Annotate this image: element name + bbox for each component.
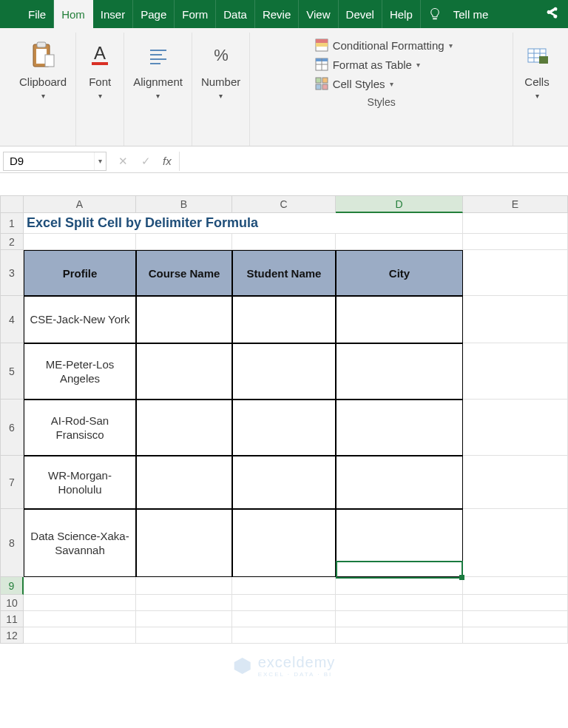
cell-E12[interactable] bbox=[463, 627, 568, 644]
cell-D5[interactable] bbox=[336, 343, 463, 400]
col-header-E[interactable]: E bbox=[463, 195, 568, 213]
col-header-C[interactable]: C bbox=[232, 195, 336, 213]
cell-E8[interactable] bbox=[463, 509, 568, 577]
tab-data[interactable]: Data bbox=[216, 0, 255, 28]
cell-B11[interactable] bbox=[136, 611, 232, 627]
row-header-5[interactable]: 5 bbox=[0, 343, 24, 400]
row-header-4[interactable]: 4 bbox=[0, 296, 24, 343]
tab-review[interactable]: Revie bbox=[255, 0, 299, 28]
cell-A9[interactable] bbox=[24, 577, 136, 595]
cell-C7[interactable] bbox=[232, 456, 336, 509]
cell-C3[interactable]: Student Name bbox=[232, 250, 336, 296]
cell-A2[interactable] bbox=[24, 234, 136, 250]
cell-A1[interactable]: Excel Split Cell by Delimiter Formula bbox=[24, 213, 463, 234]
cell-B10[interactable] bbox=[136, 595, 232, 611]
cell-C11[interactable] bbox=[232, 611, 336, 627]
cell-D2[interactable] bbox=[336, 234, 463, 250]
tab-page-layout[interactable]: Page bbox=[133, 0, 175, 28]
row-header-3[interactable]: 3 bbox=[0, 250, 24, 296]
cell-E4[interactable] bbox=[463, 296, 568, 343]
cell-A10[interactable] bbox=[24, 595, 136, 611]
cell-A3[interactable]: Profile bbox=[24, 250, 136, 296]
cell-B9[interactable] bbox=[136, 577, 232, 595]
cell-A11[interactable] bbox=[24, 611, 136, 627]
alignment-button[interactable]: Alignment ▾ bbox=[133, 40, 183, 100]
col-header-B[interactable]: B bbox=[136, 195, 232, 213]
cell-B8[interactable] bbox=[136, 509, 232, 577]
tab-help[interactable]: Help bbox=[382, 0, 421, 28]
row-header-8[interactable]: 8 bbox=[0, 509, 24, 577]
tab-home[interactable]: Hom bbox=[54, 0, 93, 28]
cell-D11[interactable] bbox=[336, 611, 463, 627]
cell-A4[interactable]: CSE-Jack-New York bbox=[24, 296, 136, 343]
cell-D4[interactable] bbox=[336, 296, 463, 343]
tab-developer[interactable]: Devel bbox=[339, 0, 382, 28]
cell-E6[interactable] bbox=[463, 400, 568, 456]
cell-B6[interactable] bbox=[136, 400, 232, 456]
cell-grid[interactable]: Excel Split Cell by Delimiter Formula Pr… bbox=[24, 213, 568, 644]
number-button[interactable]: % Number ▾ bbox=[201, 40, 240, 100]
fx-icon[interactable]: fx bbox=[163, 155, 179, 167]
paste-button[interactable]: Clipboard ▾ bbox=[19, 40, 67, 100]
cell-E3[interactable] bbox=[463, 250, 568, 296]
cell-A5[interactable]: ME-Peter-Los Angeles bbox=[24, 343, 136, 400]
select-all-triangle[interactable] bbox=[0, 195, 24, 213]
name-box-input[interactable] bbox=[4, 155, 94, 167]
cell-C5[interactable] bbox=[232, 343, 336, 400]
cell-B5[interactable] bbox=[136, 343, 232, 400]
tab-view[interactable]: View bbox=[299, 0, 338, 28]
col-header-D[interactable]: D bbox=[336, 195, 463, 213]
cell-A12[interactable] bbox=[24, 627, 136, 644]
tab-formulas[interactable]: Form bbox=[175, 0, 216, 28]
row-header-1[interactable]: 1 bbox=[0, 213, 24, 234]
row-header-7[interactable]: 7 bbox=[0, 456, 24, 509]
cell-B7[interactable] bbox=[136, 456, 232, 509]
cell-B2[interactable] bbox=[136, 234, 232, 250]
row-header-2[interactable]: 2 bbox=[0, 234, 24, 250]
formula-bar[interactable] bbox=[179, 152, 568, 171]
formula-cancel-icon[interactable]: ✕ bbox=[118, 155, 128, 168]
font-button[interactable]: A Font ▾ bbox=[85, 40, 115, 100]
cell-E1[interactable] bbox=[463, 213, 568, 234]
row-header-12[interactable]: 12 bbox=[0, 627, 24, 644]
formula-input[interactable] bbox=[180, 152, 568, 171]
cell-E7[interactable] bbox=[463, 456, 568, 509]
cell-C4[interactable] bbox=[232, 296, 336, 343]
cell-D7[interactable] bbox=[336, 456, 463, 509]
cell-A6[interactable]: AI-Rod-San Fransisco bbox=[24, 400, 136, 456]
row-header-10[interactable]: 10 bbox=[0, 595, 24, 611]
cell-D9[interactable] bbox=[336, 577, 463, 595]
cell-C8[interactable] bbox=[232, 509, 336, 577]
share-icon[interactable] bbox=[544, 6, 559, 21]
name-box-dropdown[interactable]: ▾ bbox=[94, 152, 106, 170]
cell-B12[interactable] bbox=[136, 627, 232, 644]
cells-button[interactable]: Cells ▾ bbox=[522, 40, 552, 100]
cell-E5[interactable] bbox=[463, 343, 568, 400]
col-header-A[interactable]: A bbox=[24, 195, 136, 213]
cell-D8[interactable] bbox=[336, 509, 463, 577]
formula-enter-icon[interactable]: ✓ bbox=[141, 155, 151, 168]
cell-A7[interactable]: WR-Morgan-Honolulu bbox=[24, 456, 136, 509]
cell-D6[interactable] bbox=[336, 400, 463, 456]
cell-C2[interactable] bbox=[232, 234, 336, 250]
cell-B4[interactable] bbox=[136, 296, 232, 343]
row-header-11[interactable]: 11 bbox=[0, 611, 24, 627]
cell-E2[interactable] bbox=[463, 234, 568, 250]
conditional-formatting-button[interactable]: Conditional Formatting ▾ bbox=[315, 38, 453, 52]
cell-D3[interactable]: City bbox=[336, 250, 463, 296]
cell-C10[interactable] bbox=[232, 595, 336, 611]
cell-E9[interactable] bbox=[463, 577, 568, 595]
cell-styles-button[interactable]: Cell Styles ▾ bbox=[315, 77, 393, 90]
cell-D10[interactable] bbox=[336, 595, 463, 611]
cell-E11[interactable] bbox=[463, 611, 568, 627]
cell-B3[interactable]: Course Name bbox=[136, 250, 232, 296]
row-header-6[interactable]: 6 bbox=[0, 400, 24, 456]
cell-C6[interactable] bbox=[232, 400, 336, 456]
row-header-9[interactable]: 9 bbox=[0, 577, 24, 595]
format-as-table-button[interactable]: Format as Table ▾ bbox=[315, 58, 420, 71]
tell-me-search[interactable]: Tell me bbox=[449, 0, 489, 28]
name-box[interactable]: ▾ bbox=[3, 152, 106, 171]
cell-E10[interactable] bbox=[463, 595, 568, 611]
cell-C12[interactable] bbox=[232, 627, 336, 644]
cell-A8[interactable]: Data Science-Xaka-Savannah bbox=[24, 509, 136, 577]
